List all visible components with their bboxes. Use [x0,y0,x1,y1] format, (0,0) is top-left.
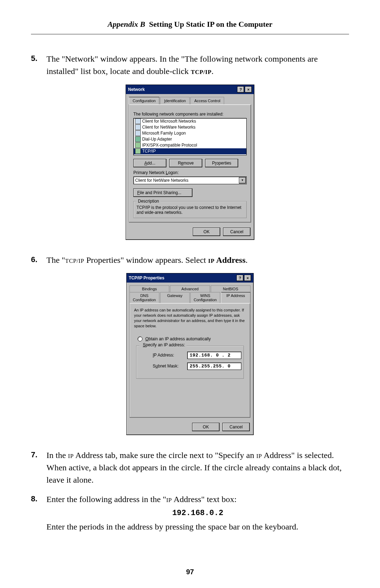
tab-advanced[interactable]: Advanced [170,285,210,292]
properties-button[interactable]: PropertiesProperties [205,159,238,167]
radio-obtain-auto[interactable]: Obtain an IP address automatically Obtai… [138,336,246,341]
cancel-button[interactable]: Cancel [222,423,250,431]
adapter-icon [135,136,141,142]
list-item-label: IPX/SPX-compatible Protocol [142,143,197,148]
ip-address-label: IP Address:IP Address: [153,353,182,358]
description-group: Description TCP/IP is the protocol you u… [133,201,247,218]
step-8-number: 8. [31,493,46,533]
tab-gateway[interactable]: Gateway [160,292,190,303]
step-6-text-b: Properties" window appears. Select [84,255,208,265]
tcpip-dialog-buttons: OK Cancel [127,421,253,435]
list-item[interactable]: Client for NetWare Networks [134,124,246,130]
help-button[interactable]: ? [236,275,243,281]
client-icon [135,130,141,136]
remove-button[interactable]: RemoveRemove [169,159,202,167]
step-5: 5. The "Network" window appears. In the … [31,53,349,78]
step-6-sc2: IP [208,255,215,265]
step-7-number: 7. [31,449,46,486]
subnet-mask-row: Subnet Mask:Subnet Mask: 255.255.255. 0 [153,363,241,370]
fileprint-row: File and Print Sharing...File and Print … [133,188,247,197]
description-text: TCP/IP is the protocol you use to connec… [137,205,243,215]
step-6-bold: Address [215,255,246,265]
tcpip-title: TCP/IP Properties [129,276,236,280]
radio-specify[interactable]: Specify an IP address: Specify an IP add… [139,342,186,347]
network-tabs: Configuration IIdentificationdentificati… [129,97,251,104]
network-dialog: Network ? × Configuration IIdentificatio… [126,85,254,240]
appendix-prefix: Appendix B [108,20,145,29]
step-8-body: Enter the following address in the "IP A… [46,493,349,533]
tcpip-dialog: TCP/IP Properties ? × Bindings Advanced … [126,273,254,435]
ip-address-input[interactable]: 192.168. 0 . 2 [187,352,241,359]
tab-bindings[interactable]: Bindings [129,285,169,292]
help-button[interactable]: ? [237,86,244,93]
subnet-mask-label: Subnet Mask:Subnet Mask: [153,364,182,369]
components-listbox[interactable]: Client for Microsoft Networks Client for… [133,118,247,155]
tcpip-titlebar[interactable]: TCP/IP Properties ? × [127,273,253,283]
file-print-sharing-button[interactable]: File and Print Sharing...File and Print … [133,188,192,197]
close-button[interactable]: × [244,275,251,281]
radio-specify-label: Specify an IP address: [143,342,185,347]
tab-netbios[interactable]: NetBIOS [211,285,251,292]
list-item-label: Microsoft Family Logon [142,131,186,136]
protocol-icon [135,148,141,154]
step-8-text-c: Enter the periods in the address by pres… [46,522,298,531]
step-8-text-a: Enter the following address in the " [46,495,166,504]
step-8-sc1: IP [166,495,172,504]
tab-wins[interactable]: WINS Configuration [190,292,220,303]
step-6-number: 6. [31,254,46,266]
list-item-tcpip[interactable]: TCP/IP [134,148,246,154]
primary-logon-select[interactable]: Client for NetWare Networks ▼ [133,177,247,184]
ok-button[interactable]: OK [192,423,220,431]
step-6-sc1: TCP/IP [65,255,84,265]
list-item[interactable]: Client for Microsoft Networks [134,118,246,124]
list-item-label: Client for NetWare Networks [142,125,196,130]
ip-address-row: IP Address:IP Address: 192.168. 0 . 2 [153,352,241,359]
primary-logon-label: Primary Network Logon:Primary Network Lo… [133,170,247,175]
tcpip-pane: An IP address can be automatically assig… [129,303,251,418]
list-item[interactable]: Microsoft Family Logon [134,130,246,136]
radio-icon [138,336,142,341]
appendix-title: Setting Up Static IP on the Computer [149,20,273,29]
step-7-body: In the IP Address tab, make sure the cir… [46,449,349,486]
step-8-code: 192.168.0.2 [46,508,349,519]
cancel-button[interactable]: Cancel [223,228,251,236]
list-item[interactable]: IPX/SPX-compatible Protocol [134,142,246,148]
step-6: 6. The "TCP/IP Properties" window appear… [31,254,349,266]
list-item-label: Dial-Up Adapter [142,137,172,142]
step-5-number: 5. [31,53,46,78]
tab-identification[interactable]: IIdentificationdentification [160,97,190,104]
step-5-body: The "Network" window appears. In the "Th… [46,53,349,78]
add-button[interactable]: Add...Add... [133,159,166,167]
appendix-heading: Appendix B Setting Up Static IP on the C… [0,0,380,29]
step-7-text-a: In the [46,451,68,460]
tcpip-tabs-bottom: DNS Configuration Gateway WINS Configura… [129,292,251,303]
step-6-body: The "TCP/IP Properties" window appears. … [46,254,349,266]
primary-logon-value: Client for NetWare Networks [135,178,189,183]
component-buttons: Add...Add... RemoveRemove PropertiesProp… [133,159,247,167]
step-5-text-b: . [211,67,214,76]
tab-ip-address[interactable]: IP Address [221,292,251,303]
dropdown-caret-icon[interactable]: ▼ [239,177,246,184]
step-6-text-c: . [246,255,248,265]
installed-label: The following network components are ins… [133,112,247,117]
radio-obtain-auto-label: Obtain an IP address automatically [145,336,211,341]
tcpip-intro: An IP address can be automatically assig… [134,308,246,328]
tab-dns[interactable]: DNS Configuration [129,292,159,303]
step-5-tcpip: TCP/IP [191,67,211,76]
ok-button[interactable]: OK [193,228,220,236]
subnet-mask-input[interactable]: 255.255.255. 0 [187,363,241,370]
page-number: 97 [0,568,380,576]
client-icon [135,118,141,124]
tab-access-control[interactable]: Access Control [190,97,224,104]
network-dialog-buttons: OK Cancel [126,225,254,240]
list-item-label: Client for Microsoft Networks [142,119,196,124]
network-titlebar[interactable]: Network ? × [126,85,254,94]
step-8-text-b: Address" text box: [172,495,237,504]
network-title: Network [128,87,236,92]
network-pane: The following network components are ins… [129,104,251,223]
list-item[interactable]: Dial-Up Adapter [134,136,246,142]
tcpip-tabs-top: Bindings Advanced NetBIOS [129,285,251,292]
close-button[interactable]: × [245,86,252,93]
protocol-icon [135,142,141,148]
tab-configuration[interactable]: Configuration [129,97,159,104]
